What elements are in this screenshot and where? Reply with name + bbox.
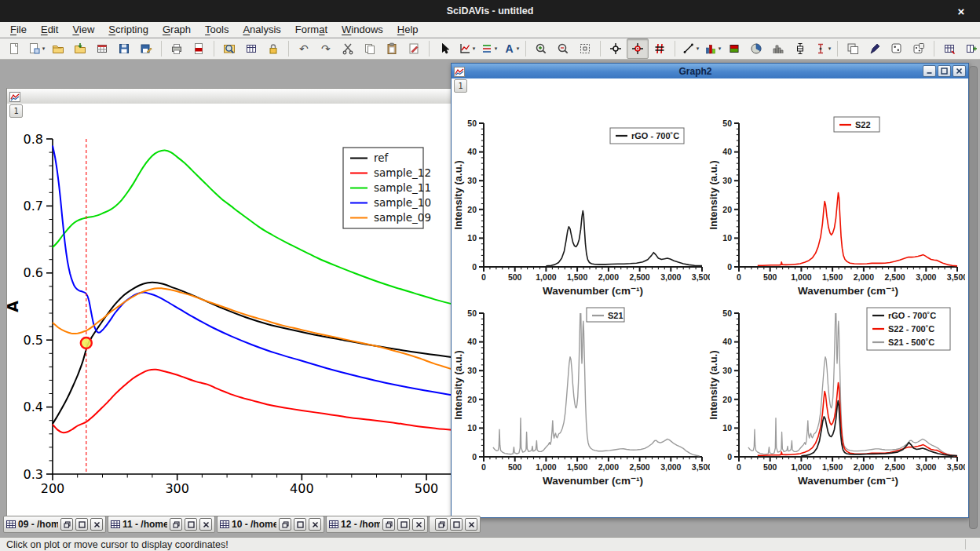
open-button[interactable] xyxy=(47,38,69,59)
zoom-out-button[interactable] xyxy=(552,38,574,59)
lock-button[interactable] xyxy=(262,38,284,59)
restore-button[interactable] xyxy=(382,518,395,531)
menu-analysis[interactable]: Analysis xyxy=(236,23,287,36)
plot-style-button[interactable]: ▾ xyxy=(477,38,499,59)
data-reader-button[interactable] xyxy=(627,38,649,59)
pointer-button[interactable] xyxy=(433,38,455,59)
close-button[interactable] xyxy=(465,518,477,531)
menu-graph[interactable]: Graph xyxy=(155,23,198,36)
note-button[interactable] xyxy=(403,38,425,59)
undo-button[interactable]: ↶ xyxy=(293,38,315,59)
new-project-button[interactable] xyxy=(3,38,25,59)
dropdown-arrow-icon[interactable]: ▾ xyxy=(517,46,520,52)
maximize-button[interactable] xyxy=(185,518,197,531)
plot-axes-button[interactable]: ▾ xyxy=(455,38,477,59)
cut-button[interactable] xyxy=(337,38,359,59)
graph2-titlebar[interactable]: Graph2 xyxy=(452,64,968,79)
app-close-icon[interactable]: × xyxy=(953,3,969,19)
new-window-button[interactable]: ▾ xyxy=(25,38,47,59)
graph2-close-button[interactable] xyxy=(953,65,966,77)
graph2-layer-tab[interactable]: 1 xyxy=(454,79,467,93)
graph2-minimize-button[interactable] xyxy=(923,65,936,77)
mdi-workspace[interactable]: Graph1 0.30.40.50.60.70.8200300400500Are… xyxy=(0,60,980,537)
pie-chart-button[interactable] xyxy=(745,38,767,59)
maximize-button[interactable] xyxy=(397,518,410,531)
data-reader-marker[interactable] xyxy=(81,338,92,348)
menu-tools[interactable]: Tools xyxy=(198,23,236,36)
raman-combined-plot-canvas[interactable]: 05001,0001,5002,0002,5003,0003,500010203… xyxy=(708,301,965,491)
minimized-window-label[interactable]: 11 - /home/... xyxy=(122,519,167,530)
raman-s21-legend[interactable]: S21 xyxy=(587,308,624,322)
graph2-maximize-button[interactable] xyxy=(938,65,951,77)
select-columns-button[interactable] xyxy=(938,38,960,59)
pen-tool-button[interactable] xyxy=(864,38,886,59)
menu-edit[interactable]: Edit xyxy=(34,23,65,36)
menu-windows[interactable]: Windows xyxy=(335,23,390,36)
minimized-window-partial[interactable] xyxy=(429,516,481,533)
window-graph2[interactable]: Graph2 05001,0001,5002,0002,5003,0003,50… xyxy=(451,63,969,518)
menu-scripting[interactable]: Scripting xyxy=(101,23,155,36)
close-button[interactable] xyxy=(309,518,321,531)
menu-file[interactable]: File xyxy=(3,23,34,36)
graph1-layer-tab[interactable]: 1 xyxy=(9,104,23,118)
maximize-button[interactable] xyxy=(75,518,88,531)
dropdown-arrow-icon[interactable]: ▾ xyxy=(697,46,700,52)
print-button[interactable] xyxy=(166,38,188,59)
minimized-window-11[interactable]: 11 - /home/... xyxy=(108,516,215,533)
app-titlebar[interactable]: SciDAVis - untitled × xyxy=(0,0,980,22)
export-pdf-button[interactable] xyxy=(188,38,210,59)
copy-button[interactable] xyxy=(359,38,381,59)
minimized-window-label[interactable]: 09 - /home/... xyxy=(18,519,58,530)
dropdown-arrow-icon[interactable]: ▾ xyxy=(495,46,498,52)
raman-combined-legend[interactable]: rGO - 700˚CS22 - 700˚CS21 - 500˚C xyxy=(867,308,950,350)
raman-s22-plot-canvas[interactable]: 05001,0001,5002,0002,5003,0003,500010203… xyxy=(708,111,965,301)
restore-button[interactable] xyxy=(279,518,291,531)
draw-line-button[interactable]: ▾ xyxy=(679,38,701,59)
maximize-button[interactable] xyxy=(450,518,463,531)
save-as-button[interactable] xyxy=(135,38,157,59)
minimized-window-12[interactable]: 12 - /home/... xyxy=(326,516,428,533)
dropdown-arrow-icon[interactable]: ▾ xyxy=(719,46,722,52)
import-ascii-button[interactable] xyxy=(91,38,113,59)
color-map-button[interactable] xyxy=(723,38,745,59)
copy-graph-button[interactable] xyxy=(886,38,908,59)
save-button[interactable] xyxy=(113,38,135,59)
minimized-window-10[interactable]: 10 - /home/... xyxy=(217,516,324,533)
menu-format[interactable]: Format xyxy=(288,23,335,36)
error-bars-button[interactable]: ▾ xyxy=(811,38,833,59)
dropdown-arrow-icon[interactable]: ▾ xyxy=(42,46,46,52)
close-button[interactable] xyxy=(412,518,425,531)
histogram-button[interactable] xyxy=(767,38,789,59)
paste-graph-button[interactable] xyxy=(908,38,930,59)
menu-view[interactable]: View xyxy=(65,23,101,36)
restore-button[interactable] xyxy=(60,518,73,531)
screen-reader-button[interactable] xyxy=(605,38,627,59)
raman-s22-legend[interactable]: S22 xyxy=(834,117,879,132)
minimized-window-09[interactable]: 09 - /home/... xyxy=(3,516,106,533)
workspace-vertical-scrollbar[interactable] xyxy=(969,66,978,529)
import-file-button[interactable] xyxy=(69,38,91,59)
dropdown-arrow-icon[interactable]: ▾ xyxy=(473,46,476,52)
dropdown-arrow-icon[interactable]: ▾ xyxy=(828,46,832,52)
search-button[interactable] xyxy=(218,38,240,59)
select-range-button[interactable] xyxy=(649,38,671,59)
new-table-button[interactable] xyxy=(240,38,262,59)
raman-rgo700-plot-canvas[interactable]: 05001,0001,5002,0002,5003,0003,500010203… xyxy=(453,111,710,301)
paste-button[interactable] xyxy=(381,38,403,59)
box-plot-button[interactable] xyxy=(789,38,811,59)
plot-bars-button[interactable]: ▾ xyxy=(701,38,723,59)
raman-rgo700-legend[interactable]: rGO - 700˚C xyxy=(610,128,684,144)
restore-button[interactable] xyxy=(435,518,448,531)
uvvis-legend[interactable]: refsample_12sample_11sample_10sample_09 xyxy=(343,148,431,228)
maximize-button[interactable] xyxy=(294,518,306,531)
graph2-content[interactable]: 05001,0001,5002,0002,5003,0003,500010203… xyxy=(452,78,968,517)
add-column-button[interactable] xyxy=(960,38,980,59)
raman-s21-plot-canvas[interactable]: 05001,0001,5002,0002,5003,0003,500010203… xyxy=(453,301,710,491)
close-button[interactable] xyxy=(90,518,103,531)
minimized-window-label[interactable]: 10 - /home/... xyxy=(232,519,276,530)
duplicate-window-button[interactable] xyxy=(842,38,864,59)
close-button[interactable] xyxy=(199,518,212,531)
text-tool-button[interactable]: A▾ xyxy=(499,38,521,59)
minimized-window-label[interactable]: 12 - /home/... xyxy=(341,519,380,530)
zoom-in-button[interactable] xyxy=(530,38,552,59)
